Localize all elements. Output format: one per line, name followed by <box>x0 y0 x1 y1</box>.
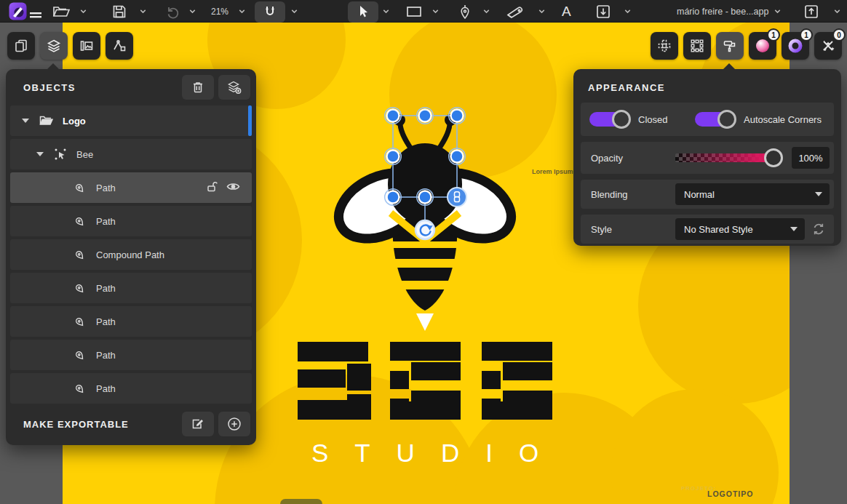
bee-letterforms[interactable] <box>298 342 552 420</box>
objects-row-path[interactable]: Path <box>10 273 252 303</box>
rotate-handle[interactable] <box>415 220 434 239</box>
rectangle-tool-button[interactable] <box>406 0 422 23</box>
autoscale-corners-label: Autoscale Corners <box>744 114 822 125</box>
make-exportable-label: MAKE EXPORTABLE <box>23 419 178 430</box>
path-icon <box>73 215 86 228</box>
opacity-slider[interactable] <box>675 153 773 162</box>
selection-accent-bar <box>248 105 252 136</box>
objects-row-path[interactable]: Path <box>10 306 252 337</box>
undo-chevron[interactable] <box>188 0 197 23</box>
move-tool-chevron[interactable] <box>381 0 391 23</box>
document-title-chevron[interactable] <box>773 0 782 23</box>
glyph-b <box>298 342 371 420</box>
object-label: Path <box>96 183 116 193</box>
transform-button[interactable] <box>651 32 678 60</box>
effects-count-badge: 0 <box>832 28 846 41</box>
object-label: Path <box>96 216 116 227</box>
objects-row-path[interactable]: Path <box>10 340 252 370</box>
style-sync-button[interactable] <box>806 218 831 240</box>
unlock-icon[interactable] <box>206 180 218 196</box>
export-settings-button[interactable] <box>182 412 214 436</box>
autoscale-corners-toggle[interactable]: Autoscale Corners <box>695 110 822 129</box>
menu-hamburger-icon[interactable] <box>29 0 42 23</box>
objects-panel: OBJECTS LogoBeePathPathCompound PathPath… <box>6 69 256 445</box>
objects-row-compound-path[interactable]: Compound Path <box>10 239 252 270</box>
closed-toggle[interactable]: Closed <box>589 110 667 129</box>
zoom-chevron[interactable] <box>237 0 247 23</box>
blending-dropdown[interactable]: Normal <box>675 183 830 205</box>
lorem-ipsum-text[interactable]: Lorem Ipsum <box>532 168 573 175</box>
delete-object-button[interactable] <box>182 75 214 100</box>
open-document-button[interactable] <box>52 0 70 23</box>
undo-button[interactable] <box>164 0 180 23</box>
visibility-eye-icon[interactable] <box>226 181 240 195</box>
text-tool-button[interactable]: A <box>562 0 571 23</box>
bee-stinger <box>416 313 434 331</box>
artboards-button[interactable] <box>73 32 100 60</box>
snapping-chevron[interactable] <box>290 0 299 23</box>
studio-wordmark[interactable]: STUDIO <box>232 439 618 468</box>
objects-list: LogoBeePathPathCompound PathPathPathPath… <box>6 105 256 404</box>
save-chevron[interactable] <box>138 0 148 23</box>
style-label: Style <box>591 224 612 235</box>
appearance-button[interactable] <box>716 32 744 60</box>
expand-chevron-icon[interactable] <box>22 119 29 123</box>
export-chevron[interactable] <box>832 0 842 23</box>
objects-row-path[interactable]: Path <box>10 206 252 236</box>
studio-toolbar-right: 1 1 0 <box>651 32 842 60</box>
objects-row-path[interactable]: Path <box>10 373 252 404</box>
fill-count-badge: 1 <box>767 28 780 41</box>
layers-button[interactable] <box>40 32 68 60</box>
pages-button[interactable] <box>7 32 35 60</box>
import-button[interactable] <box>595 0 611 23</box>
expand-chevron-icon[interactable] <box>36 152 44 156</box>
knife-tool-button[interactable] <box>506 0 525 23</box>
toggles-row: Closed Autoscale Corners <box>581 103 834 136</box>
document-title[interactable]: mário freire - bee...app <box>677 0 768 23</box>
assets-button[interactable] <box>106 32 133 60</box>
node-tool-button[interactable] <box>683 32 711 60</box>
pen-tool-button[interactable] <box>458 0 472 23</box>
knife-tool-chevron[interactable] <box>537 0 546 23</box>
objects-row-path[interactable]: Path <box>10 172 252 203</box>
path-icon <box>73 315 86 328</box>
move-tool-button[interactable] <box>348 1 378 23</box>
objects-row-logo[interactable]: Logo <box>10 105 252 136</box>
add-layer-button[interactable] <box>218 75 250 100</box>
opacity-label: Opacity <box>591 153 623 164</box>
zoom-level[interactable]: 21% <box>211 0 228 23</box>
object-label: Logo <box>63 116 86 127</box>
fill-color-button[interactable]: 1 <box>749 32 776 60</box>
top-toolbar: 21% <box>0 0 847 23</box>
style-row: Style No Shared Style <box>581 215 834 244</box>
opacity-slider-knob[interactable] <box>764 148 783 167</box>
object-label: Path <box>96 350 116 361</box>
appearance-panel-pointer <box>723 63 736 70</box>
rectangle-tool-chevron[interactable] <box>431 0 440 23</box>
object-label: Bee <box>76 149 93 160</box>
path-icon <box>73 181 86 194</box>
app-logo[interactable] <box>9 0 27 23</box>
object-label: Path <box>96 316 116 327</box>
save-button[interactable] <box>112 0 127 23</box>
effects-button[interactable]: 0 <box>814 32 842 60</box>
objects-panel-footer: MAKE EXPORTABLE <box>6 407 256 445</box>
pen-tool-chevron[interactable] <box>482 0 491 23</box>
objects-row-bee[interactable]: Bee <box>10 139 252 169</box>
stroke-color-button[interactable]: 1 <box>782 32 809 60</box>
open-document-chevron[interactable] <box>79 0 88 23</box>
path-icon <box>73 248 86 261</box>
snapping-magnet-button[interactable] <box>255 1 285 23</box>
import-chevron[interactable] <box>623 0 632 23</box>
opacity-value[interactable]: 100% <box>792 147 830 169</box>
logotipo-label[interactable]: LOGOTIPO <box>707 489 753 498</box>
add-export-button[interactable] <box>218 412 250 436</box>
blending-row: Blending Normal <box>581 180 834 209</box>
export-button[interactable] <box>803 0 819 23</box>
link-handle[interactable] <box>448 188 466 207</box>
blending-dropdown-caret <box>815 192 822 196</box>
style-dropdown[interactable]: No Shared Style <box>675 218 805 240</box>
bottom-tab[interactable] <box>280 499 322 504</box>
path-icon <box>73 281 86 295</box>
object-label: Path <box>96 283 116 294</box>
